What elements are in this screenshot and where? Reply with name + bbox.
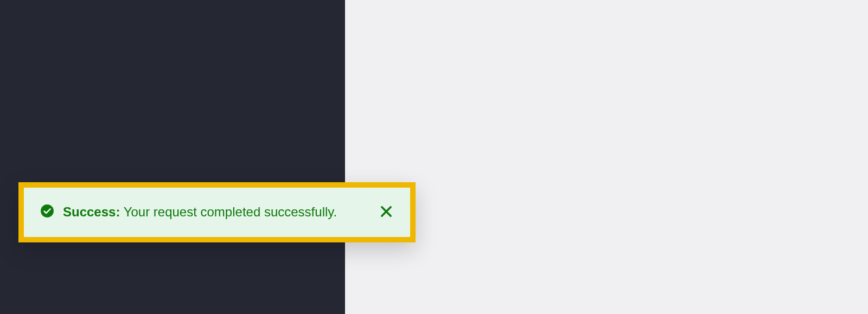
alert-message: Your request completed successfully. (124, 204, 337, 219)
check-circle-icon (40, 204, 54, 218)
right-panel (345, 0, 868, 314)
alert-title: Success: (63, 204, 120, 219)
close-icon (379, 204, 394, 219)
left-panel (0, 0, 345, 314)
svg-point-0 (41, 204, 54, 217)
close-button[interactable] (379, 204, 394, 219)
alert-content: Success: Your request completed successf… (63, 202, 379, 222)
success-alert: Success: Your request completed successf… (18, 182, 416, 242)
